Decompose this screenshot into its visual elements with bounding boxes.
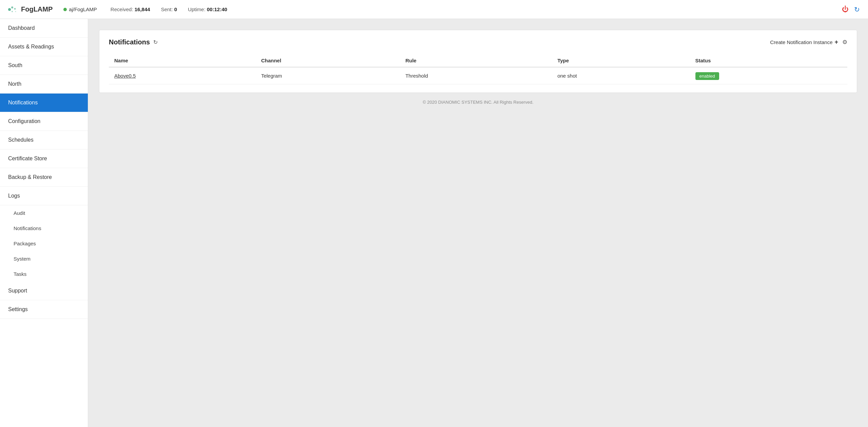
card-actions: Create Notification Instance + ⚙: [770, 39, 847, 46]
notification-name-cell: Above0.5: [109, 67, 256, 84]
notifications-title: Notifications: [109, 38, 150, 46]
main-content: Notifications ↻ Create Notification Inst…: [88, 19, 868, 427]
svg-point-0: [8, 8, 11, 11]
svg-point-4: [15, 11, 16, 12]
sidebar-sub-item-system[interactable]: System: [0, 251, 88, 266]
sidebar-item-north[interactable]: North: [0, 75, 88, 94]
notifications-card: Notifications ↻ Create Notification Inst…: [99, 30, 857, 93]
notifications-table: Name Channel Rule Type Status Above0.5Te…: [109, 54, 847, 84]
plus-icon: +: [834, 39, 838, 46]
svg-point-3: [12, 11, 13, 12]
sidebar-sub-item-notifications-log[interactable]: Notifications: [0, 221, 88, 236]
table-row: Above0.5TelegramThresholdone shotenabled: [109, 67, 847, 84]
app-header: FogLAMP aj/FogLAMP Received: 16,844 Sent…: [0, 0, 868, 19]
sidebar-item-backup-restore[interactable]: Backup & Restore: [0, 168, 88, 187]
table-header: Name Channel Rule Type Status: [109, 54, 847, 67]
sidebar-item-certificate-store[interactable]: Certificate Store: [0, 149, 88, 168]
app-layout: Dashboard Assets & Readings South North …: [0, 19, 868, 427]
instance-info: aj/FogLAMP: [63, 6, 97, 12]
instance-status-dot: [63, 8, 67, 11]
table-body: Above0.5TelegramThresholdone shotenabled: [109, 67, 847, 84]
sidebar-item-assets-readings[interactable]: Assets & Readings: [0, 38, 88, 56]
uptime-stat: Uptime: 00:12:40: [188, 6, 227, 12]
sidebar-item-south[interactable]: South: [0, 56, 88, 75]
sidebar-item-settings[interactable]: Settings: [0, 300, 88, 319]
col-type: Type: [552, 54, 690, 67]
svg-point-1: [11, 6, 13, 8]
notification-name-link[interactable]: Above0.5: [114, 73, 136, 79]
logo-icon: [8, 5, 18, 14]
uptime-label: Uptime:: [188, 6, 205, 12]
sidebar-sub-item-audit[interactable]: Audit: [0, 205, 88, 221]
notification-status-cell: enabled: [690, 67, 848, 84]
col-rule: Rule: [400, 54, 552, 67]
card-header: Notifications ↻ Create Notification Inst…: [109, 38, 847, 46]
instance-label: aj/FogLAMP: [69, 6, 97, 12]
received-label: Received:: [111, 6, 133, 12]
sent-stat: Sent: 0: [161, 6, 177, 12]
notification-channel-cell: Telegram: [256, 67, 400, 84]
sidebar-sub-item-packages[interactable]: Packages: [0, 236, 88, 251]
col-name: Name: [109, 54, 256, 67]
sidebar: Dashboard Assets & Readings South North …: [0, 19, 88, 427]
create-notification-label: Create Notification Instance: [770, 39, 832, 45]
col-channel: Channel: [256, 54, 400, 67]
app-logo: FogLAMP: [8, 5, 53, 14]
notification-rule-cell: Threshold: [400, 67, 552, 84]
table-header-row: Name Channel Rule Type Status: [109, 54, 847, 67]
refresh-button[interactable]: ↻: [854, 5, 860, 14]
sidebar-item-support[interactable]: Support: [0, 282, 88, 300]
notification-type-cell: one shot: [552, 67, 690, 84]
sidebar-item-logs[interactable]: Logs: [0, 187, 88, 205]
notifications-settings-button[interactable]: ⚙: [842, 39, 847, 46]
header-stats: Received: 16,844 Sent: 0 Uptime: 00:12:4…: [111, 6, 227, 12]
received-stat: Received: 16,844: [111, 6, 150, 12]
footer: © 2020 DIANOMIC SYSTEMS INC. All Rights …: [99, 93, 857, 111]
notifications-refresh-button[interactable]: ↻: [153, 39, 158, 45]
received-value: 16,844: [135, 6, 150, 12]
uptime-value: 00:12:40: [207, 6, 227, 12]
power-button[interactable]: ⏻: [842, 5, 849, 13]
app-title: FogLAMP: [21, 5, 53, 13]
status-badge: enabled: [695, 72, 719, 80]
sidebar-item-notifications[interactable]: Notifications: [0, 94, 88, 112]
sidebar-item-dashboard[interactable]: Dashboard: [0, 19, 88, 38]
card-title-group: Notifications ↻: [109, 38, 158, 46]
header-actions: ⏻ ↻: [842, 5, 860, 14]
col-status: Status: [690, 54, 848, 67]
sent-label: Sent:: [161, 6, 173, 12]
sidebar-item-configuration[interactable]: Configuration: [0, 112, 88, 131]
create-notification-button[interactable]: Create Notification Instance +: [770, 39, 838, 46]
sent-value: 0: [174, 6, 177, 12]
sidebar-sub-item-tasks[interactable]: Tasks: [0, 266, 88, 282]
sidebar-item-schedules[interactable]: Schedules: [0, 131, 88, 149]
footer-text: © 2020 DIANOMIC SYSTEMS INC. All Rights …: [423, 100, 534, 105]
svg-point-2: [14, 8, 16, 9]
